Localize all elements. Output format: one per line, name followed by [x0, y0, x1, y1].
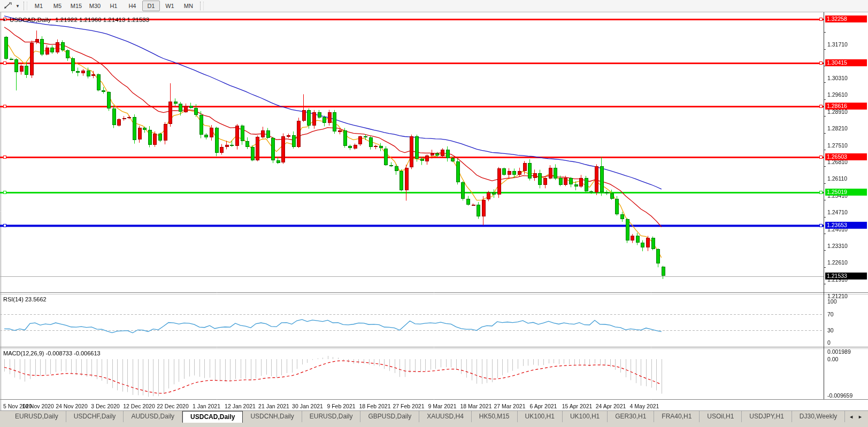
- timeframe-toolbar: ▼ M1M5M15M30H1H4D1W1MN: [0, 0, 868, 12]
- chart-tab-audusd-daily[interactable]: AUDUSD,Daily: [124, 411, 182, 422]
- chart-tab-usdcad-daily[interactable]: USDCAD,Daily: [182, 411, 243, 423]
- chart-title-row: ▼ USDCAD,Daily 1.21922 1.21960 1.21413 1…: [2, 17, 149, 23]
- chart-tab-eurusd-daily[interactable]: EURUSD,Daily: [302, 411, 361, 422]
- price-axis-tick: 1.30310: [827, 75, 848, 81]
- time-axis-tick: 4 May 2021: [630, 403, 659, 409]
- timeframe-buttons: M1M5M15M30H1H4D1W1MN: [29, 1, 198, 11]
- chart-symbol-title: USDCAD,Daily: [10, 17, 51, 23]
- chart-tab-usdcnh-daily[interactable]: USDCNH,Daily: [243, 411, 302, 422]
- chart-tab-dj30-weekly[interactable]: DJ30,Weekly: [792, 411, 845, 422]
- chart-tabs: EURUSD,DailyUSDCHF,DailyAUDUSD,DailyUSDC…: [7, 411, 847, 423]
- rsi-axis-tick: 30: [827, 327, 834, 333]
- price-axis-tick: 1.22610: [827, 259, 848, 266]
- chart-tab-ger30-h1[interactable]: GER30,H1: [608, 411, 654, 422]
- time-axis-tick: 14 Nov 2020: [22, 403, 54, 409]
- cursor-tool-dropdown-icon[interactable]: ▼: [16, 4, 20, 9]
- current-price-badge: 1.21533: [825, 273, 867, 280]
- toolbar-grip-2: [200, 2, 204, 10]
- level-price-badge: 1.30415: [825, 59, 867, 66]
- time-axis-tick: 9 Mar 2021: [428, 403, 456, 409]
- level-price-badge: 1.25019: [825, 189, 867, 196]
- macd-axis-tick: -0.009659: [827, 392, 852, 399]
- price-chart-canvas[interactable]: [0, 12, 868, 410]
- chart-tab-hk50-m15[interactable]: HK50,M15: [472, 411, 518, 422]
- time-axis-tick: 18 Mar 2021: [460, 403, 492, 409]
- tab-scroll-right-icon[interactable]: ►: [856, 414, 865, 420]
- timeframe-button-m15[interactable]: M15: [67, 1, 85, 11]
- time-axis-tick: 1 Jan 2021: [193, 403, 220, 409]
- level-price-badge: 1.28616: [825, 103, 867, 110]
- chart-tab-usoil-h1[interactable]: USOil,H1: [700, 411, 742, 422]
- timeframe-button-mn[interactable]: MN: [180, 1, 197, 11]
- timeframe-button-m5[interactable]: M5: [49, 1, 66, 11]
- tab-scroll-left-icon[interactable]: ◄: [847, 414, 856, 420]
- chart-tab-eurusd-daily[interactable]: EURUSD,Daily: [7, 411, 66, 422]
- rsi-axis-tick: 100: [827, 298, 837, 305]
- price-axis-tick: 1.28210: [827, 125, 848, 131]
- chart-tab-uk100-h1[interactable]: UK100,H1: [563, 411, 608, 422]
- price-axis-tick: 1.26110: [827, 175, 847, 182]
- chart-tab-bar: EURUSD,DailyUSDCHF,DailyAUDUSD,DailyUSDC…: [0, 410, 868, 427]
- chart-tab-usdchf-daily[interactable]: USDCHF,Daily: [66, 411, 124, 422]
- time-axis-tick: 3 Dec 2020: [91, 403, 120, 409]
- time-axis-tick: 15 Apr 2021: [562, 403, 593, 409]
- chart-ohlc-values: 1.21922 1.21960 1.21413 1.21533: [55, 17, 149, 23]
- price-axis-tick: 1.23310: [827, 243, 848, 249]
- time-axis-tick: 24 Nov 2020: [56, 403, 88, 409]
- price-axis-tick: 1.31710: [827, 41, 848, 48]
- chart-tab-uk100-h1[interactable]: UK100,H1: [518, 411, 563, 422]
- price-axis-tick: 1.27510: [827, 142, 848, 149]
- rsi-indicator-label: RSI(14) 23.5662: [3, 296, 47, 302]
- tab-scroll-controls: ◄ ►: [847, 411, 868, 423]
- time-axis-tick: 18 Feb 2021: [359, 403, 391, 409]
- timeframe-button-w1[interactable]: W1: [161, 1, 179, 11]
- time-axis-tick: 30 Jan 2021: [292, 403, 323, 409]
- mt4-window: ▼ M1M5M15M30H1H4D1W1MN ▼ USDCAD,Daily 1.…: [0, 0, 868, 427]
- chart-tab-fra40-h1[interactable]: FRA40,H1: [654, 411, 700, 422]
- level-price-badge: 1.32258: [825, 15, 867, 22]
- chart-tab-xauusd-h4[interactable]: XAUUSD,H4: [419, 411, 472, 422]
- chart-window: ▼ USDCAD,Daily 1.21922 1.21960 1.21413 1…: [0, 12, 868, 410]
- chart-menu-triangle-icon[interactable]: ▼: [2, 18, 6, 22]
- time-axis-tick: 24 Apr 2021: [596, 403, 626, 409]
- time-axis-tick: 21 Jan 2021: [258, 403, 289, 409]
- time-axis-tick: 6 Apr 2021: [530, 403, 557, 409]
- cursor-tool-icon[interactable]: [2, 2, 14, 10]
- timeframe-button-h1[interactable]: H1: [105, 1, 122, 11]
- rsi-axis-tick: 70: [827, 311, 834, 317]
- toolbar-grip: [24, 2, 27, 10]
- timeframe-button-m1[interactable]: M1: [30, 1, 48, 11]
- time-axis-tick: 22 Dec 2020: [157, 403, 189, 409]
- price-axis-tick: 1.29610: [827, 91, 848, 98]
- macd-axis-tick: 0.00: [827, 356, 838, 362]
- rsi-axis-tick: 0: [827, 339, 831, 346]
- level-price-badge: 1.23653: [825, 222, 867, 229]
- time-axis-tick: 12 Dec 2020: [123, 403, 155, 409]
- chart-tab-gbpusd-daily[interactable]: GBPUSD,Daily: [360, 411, 419, 422]
- timeframe-button-m30[interactable]: M30: [86, 1, 104, 11]
- time-axis-tick: 12 Jan 2021: [225, 403, 256, 409]
- level-price-badge: 1.26503: [825, 153, 867, 160]
- macd-axis-tick: 0.001989: [827, 348, 851, 355]
- macd-indicator-label: MACD(12,26,9) -0.008733 -0.006613: [3, 350, 101, 356]
- time-axis-tick: 27 Mar 2021: [494, 403, 526, 409]
- chart-tab-usdjpy-h1[interactable]: USDJPY,H1: [742, 411, 792, 422]
- timeframe-button-h4[interactable]: H4: [124, 1, 141, 11]
- price-axis-tick: 1.24710: [827, 209, 848, 215]
- time-axis-tick: 27 Feb 2021: [393, 403, 425, 409]
- timeframe-button-d1[interactable]: D1: [142, 1, 160, 11]
- time-axis-tick: 9 Feb 2021: [327, 403, 355, 409]
